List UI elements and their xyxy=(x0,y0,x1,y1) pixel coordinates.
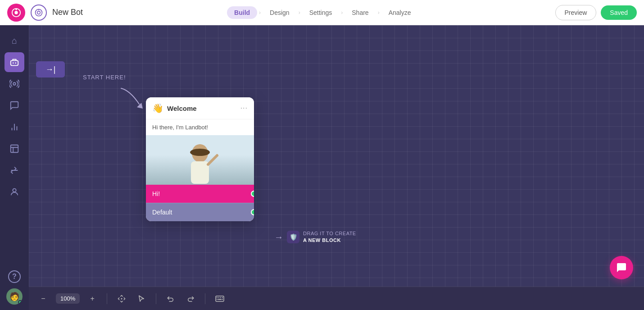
start-here-label: START HERE! xyxy=(83,74,126,81)
sidebar-item-messages[interactable] xyxy=(5,96,24,115)
svg-point-9 xyxy=(13,82,16,85)
svg-point-4 xyxy=(37,11,41,14)
bot-name: New Bot xyxy=(52,8,83,17)
svg-point-17 xyxy=(121,298,122,299)
svg-point-7 xyxy=(13,62,14,64)
sidebar-item-home[interactable]: ⌂ xyxy=(5,31,24,50)
svg-rect-10 xyxy=(11,145,18,153)
svg-rect-6 xyxy=(11,60,18,65)
toolbar-separator-3 xyxy=(205,293,205,304)
preview-button[interactable]: Preview xyxy=(555,5,597,20)
zoom-out-button[interactable]: − xyxy=(36,292,50,306)
toolbar-separator-1 xyxy=(107,293,107,304)
svg-rect-24 xyxy=(218,299,222,300)
canvas-area[interactable]: →| START HERE! 👋 Welcome ··· Hi there, I… xyxy=(29,25,644,310)
main-layout: ⌂ xyxy=(0,25,644,310)
svg-point-15 xyxy=(190,149,210,156)
svg-rect-25 xyxy=(222,299,223,300)
move-tool-button[interactable] xyxy=(114,292,129,306)
sidebar-item-help[interactable]: ? xyxy=(8,270,21,283)
tab-settings[interactable]: Settings xyxy=(302,6,340,19)
card-emoji-icon: 👋 xyxy=(152,103,163,114)
svg-line-16 xyxy=(208,155,217,164)
select-tool-button[interactable] xyxy=(134,292,149,306)
online-status-dot xyxy=(18,300,23,305)
connector-dot-default[interactable] xyxy=(251,209,254,215)
svg-rect-23 xyxy=(217,299,218,300)
sidebar-item-leads[interactable] xyxy=(5,182,24,202)
chevron-icon-1: › xyxy=(259,9,261,16)
card-button-hi[interactable]: Hi! xyxy=(146,185,254,203)
tab-share[interactable]: Share xyxy=(345,6,376,19)
sidebar-item-bot[interactable] xyxy=(5,52,24,72)
chevron-icon-4: › xyxy=(378,9,380,16)
card-menu-button[interactable]: ··· xyxy=(240,104,248,112)
card-title: Welcome xyxy=(167,105,237,112)
svg-rect-21 xyxy=(220,297,221,298)
undo-button[interactable] xyxy=(163,292,178,306)
chevron-icon-2: › xyxy=(299,9,300,16)
welcome-card: 👋 Welcome ··· Hi there, I'm Landbot! Hi! xyxy=(146,97,254,221)
drag-hint: → 🛡️ DRAG IT TO CREATE A NEW BLOCK xyxy=(274,230,356,244)
saved-button[interactable]: Saved xyxy=(601,5,637,20)
card-message: Hi there, I'm Landbot! xyxy=(146,119,254,135)
sidebar-item-broadcast[interactable] xyxy=(5,74,24,94)
tab-build[interactable]: Build xyxy=(227,6,257,19)
drag-hint-text: DRAG IT TO CREATE A NEW BLOCK xyxy=(303,230,356,244)
chevron-icon-3: › xyxy=(341,9,343,16)
svg-rect-19 xyxy=(217,297,218,298)
svg-marker-12 xyxy=(137,103,143,109)
zoom-level: 100% xyxy=(56,293,80,304)
redo-button[interactable] xyxy=(183,292,198,306)
start-panel-button[interactable]: →| xyxy=(36,61,65,78)
svg-rect-22 xyxy=(222,297,223,298)
card-button-default[interactable]: Default xyxy=(146,203,254,221)
card-header: 👋 Welcome ··· xyxy=(146,97,254,119)
svg-point-3 xyxy=(36,9,42,16)
chat-widget-button[interactable] xyxy=(610,256,633,279)
zoom-in-button[interactable]: + xyxy=(85,292,100,306)
svg-point-1 xyxy=(14,11,18,14)
toolbar-separator-2 xyxy=(156,293,156,304)
svg-rect-18 xyxy=(216,296,224,301)
card-image-person xyxy=(177,140,222,185)
sidebar-item-integrations[interactable] xyxy=(5,160,24,180)
sidebar: ⌂ xyxy=(0,25,29,310)
sidebar-item-analytics[interactable] xyxy=(5,117,24,137)
connector-dot-hi[interactable] xyxy=(251,191,254,197)
nav-tabs: Build › Design › Settings › Share › Anal… xyxy=(95,6,549,19)
card-image xyxy=(146,135,254,185)
svg-point-8 xyxy=(15,62,16,64)
tab-design[interactable]: Design xyxy=(263,6,297,19)
connection-line xyxy=(267,230,280,239)
keyboard-button[interactable] xyxy=(213,292,227,306)
panel-arrow-icon: →| xyxy=(45,65,56,74)
user-avatar[interactable]: 🧑 xyxy=(6,288,23,305)
bot-icon xyxy=(31,5,47,21)
header: New Bot Build › Design › Settings › Shar… xyxy=(0,0,644,25)
svg-point-5 xyxy=(38,9,40,10)
svg-rect-14 xyxy=(191,161,209,184)
user-avatar-container: 🧑 xyxy=(6,288,23,305)
svg-rect-20 xyxy=(218,297,219,298)
drag-hint-icon: 🛡️ xyxy=(287,231,299,243)
svg-point-11 xyxy=(13,189,16,192)
tab-analyze[interactable]: Analyze xyxy=(381,6,418,19)
app-logo[interactable] xyxy=(7,4,25,22)
bottom-toolbar: − 100% + xyxy=(29,287,644,310)
sidebar-item-templates[interactable] xyxy=(5,139,24,159)
header-actions: Preview Saved xyxy=(555,5,637,20)
svg-point-2 xyxy=(15,8,17,10)
